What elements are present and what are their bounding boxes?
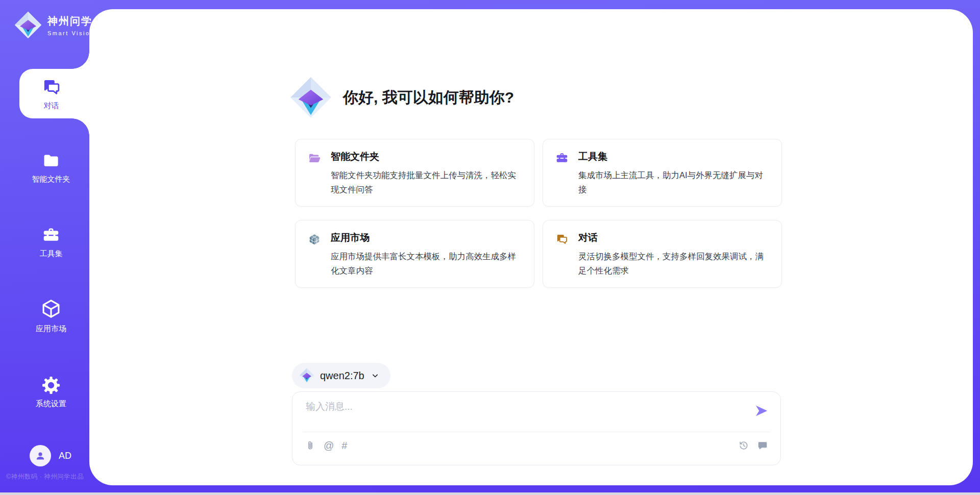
brand-name: 神州问学 bbox=[47, 14, 94, 28]
send-arrow-icon bbox=[754, 403, 769, 418]
chat-bubble-icon[interactable] bbox=[757, 440, 768, 451]
user-initials: AD bbox=[59, 451, 71, 461]
briefcase-icon bbox=[555, 152, 569, 165]
sidebar-item-settings[interactable]: 系统设置 bbox=[13, 376, 89, 409]
sidebar-item-smart-folder[interactable]: 智能文件夹 bbox=[13, 152, 89, 184]
at-icon[interactable]: @ bbox=[324, 440, 334, 451]
card-title: 应用市场 bbox=[331, 231, 522, 244]
history-icon[interactable] bbox=[738, 440, 749, 451]
composer-tools: @ # bbox=[305, 440, 347, 451]
bottom-edge-strip bbox=[0, 492, 980, 495]
card-description: 智能文件夹功能支持批量文件上传与清洗，轻松实现文件问答 bbox=[331, 168, 522, 196]
person-icon bbox=[34, 450, 46, 462]
sidebar-item-label: 对话 bbox=[44, 101, 59, 111]
sidebar-item-label: 工具集 bbox=[40, 249, 63, 259]
chat-icon bbox=[555, 233, 569, 246]
folder-open-icon bbox=[308, 152, 321, 165]
gear-icon bbox=[42, 376, 60, 394]
cube-grid-icon bbox=[308, 233, 321, 246]
paperclip-icon[interactable] bbox=[305, 440, 316, 451]
greeting-block: 你好, 我可以如何帮助你? bbox=[290, 77, 514, 118]
message-input[interactable] bbox=[306, 400, 745, 428]
sidebar-footer-credit: ©神州数码 · 神州问学出品 bbox=[6, 473, 84, 481]
model-selector[interactable]: qwen2:7b bbox=[292, 363, 390, 388]
user-account[interactable]: AD bbox=[30, 445, 71, 466]
card-app-market[interactable]: 应用市场 应用市场提供丰富长文本模板，助力高效生成多样化文章内容 bbox=[295, 220, 534, 288]
brand-subtitle: Smart Vision bbox=[47, 30, 94, 36]
sidebar-item-label: 应用市场 bbox=[36, 324, 66, 334]
gem-diamond-icon bbox=[299, 368, 314, 383]
gem-diamond-icon bbox=[290, 77, 332, 118]
gem-diamond-icon bbox=[14, 11, 42, 39]
composer-right-tools bbox=[738, 440, 768, 451]
sidebar-item-label: 智能文件夹 bbox=[32, 175, 70, 184]
sidebar-item-chat[interactable]: 对话 bbox=[19, 69, 89, 118]
composer-divider bbox=[303, 432, 770, 432]
card-smart-folder[interactable]: 智能文件夹 智能文件夹功能支持批量文件上传与清洗，轻松实现文件问答 bbox=[295, 139, 534, 207]
card-title: 智能文件夹 bbox=[331, 150, 522, 163]
hash-icon[interactable]: # bbox=[341, 440, 347, 451]
briefcase-icon bbox=[42, 226, 60, 244]
chat-icon bbox=[41, 77, 62, 97]
cube-icon bbox=[40, 298, 62, 319]
card-description: 灵活切换多模型文件，支持多样回复效果调试，满足个性化需求 bbox=[578, 249, 769, 278]
card-description: 应用市场提供丰富长文本模板，助力高效生成多样化文章内容 bbox=[331, 249, 522, 278]
sidebar-item-app-market[interactable]: 应用市场 bbox=[13, 298, 89, 334]
sidebar-item-label: 系统设置 bbox=[36, 399, 66, 409]
chevron-down-icon bbox=[370, 370, 380, 381]
tab-curve-top bbox=[72, 52, 89, 69]
feature-cards: 智能文件夹 智能文件夹功能支持批量文件上传与清洗，轻松实现文件问答 工具集 集成… bbox=[295, 139, 782, 288]
avatar bbox=[30, 445, 51, 466]
card-toolset[interactable]: 工具集 集成市场上主流工具，助力AI与外界无缝扩展与对接 bbox=[543, 139, 782, 207]
tab-curve-bottom bbox=[72, 118, 89, 136]
card-description: 集成市场上主流工具，助力AI与外界无缝扩展与对接 bbox=[578, 168, 769, 196]
model-name: qwen2:7b bbox=[320, 370, 364, 382]
send-button[interactable] bbox=[754, 403, 769, 418]
card-title: 工具集 bbox=[578, 150, 769, 163]
card-chat[interactable]: 对话 灵活切换多模型文件，支持多样回复效果调试，满足个性化需求 bbox=[543, 220, 782, 288]
folder-icon bbox=[42, 152, 60, 170]
sidebar-item-toolset[interactable]: 工具集 bbox=[13, 226, 89, 259]
brand-logo: 神州问学 Smart Vision bbox=[14, 11, 94, 39]
card-title: 对话 bbox=[578, 231, 769, 244]
message-composer: @ # bbox=[292, 391, 781, 465]
greeting-text: 你好, 我可以如何帮助你? bbox=[343, 87, 514, 108]
